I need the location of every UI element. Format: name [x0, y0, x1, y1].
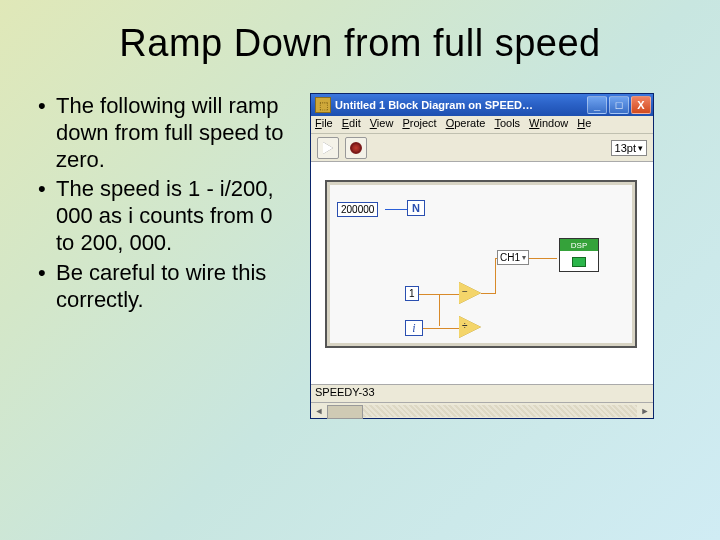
block-diagram-canvas[interactable]: 200000 N 1 i CH1 DSP — [311, 162, 653, 384]
dsp-icon — [560, 251, 598, 273]
bullet-item: The speed is 1 - i/200, 000 as i counts … — [36, 176, 296, 256]
run-button[interactable] — [317, 137, 339, 159]
horizontal-scrollbar[interactable] — [311, 402, 653, 418]
menu-project[interactable]: Project — [402, 117, 436, 132]
run-arrow-icon — [323, 142, 333, 154]
font-size-selector[interactable]: 13pt — [611, 140, 647, 156]
minimize-button[interactable]: _ — [587, 96, 607, 114]
maximize-button[interactable]: □ — [609, 96, 629, 114]
menu-operate[interactable]: Operate — [446, 117, 486, 132]
channel-selector[interactable]: CH1 — [497, 250, 529, 265]
window-title: Untitled 1 Block Diagram on SPEED… — [335, 99, 587, 111]
constant-loop-count[interactable]: 200000 — [337, 202, 378, 217]
loop-n-terminal[interactable]: N — [407, 200, 425, 216]
scrollbar-track[interactable] — [327, 405, 637, 417]
for-loop[interactable]: 200000 N 1 i CH1 DSP — [325, 180, 637, 348]
wire — [423, 328, 459, 329]
status-bar: SPEEDY-33 — [311, 384, 653, 402]
titlebar: ⬚ Untitled 1 Block Diagram on SPEED… _ □… — [311, 94, 653, 116]
loop-i-terminal[interactable]: i — [405, 320, 423, 336]
subtract-node[interactable] — [459, 282, 481, 304]
menu-edit[interactable]: Edit — [342, 117, 361, 132]
menu-view[interactable]: View — [370, 117, 394, 132]
wire — [481, 293, 495, 294]
constant-one[interactable]: 1 — [405, 286, 419, 301]
bullet-item: The following will ramp down from full s… — [36, 93, 296, 173]
menu-help[interactable]: He — [577, 117, 591, 132]
wire — [495, 258, 496, 294]
divide-node[interactable] — [459, 316, 481, 338]
dsp-label: DSP — [560, 239, 598, 251]
menu-file[interactable]: File — [315, 117, 333, 132]
wire — [439, 294, 440, 326]
wire — [385, 209, 407, 210]
app-icon: ⬚ — [315, 97, 331, 113]
labview-window: ⬚ Untitled 1 Block Diagram on SPEED… _ □… — [310, 93, 654, 419]
bullet-list: The following will ramp down from full s… — [36, 93, 296, 419]
menu-tools[interactable]: Tools — [494, 117, 520, 132]
slide-title: Ramp Down from full speed — [36, 22, 684, 65]
abort-button[interactable] — [345, 137, 367, 159]
close-button[interactable]: X — [631, 96, 651, 114]
menu-window[interactable]: Window — [529, 117, 568, 132]
bullet-item: Be careful to wire this correctly. — [36, 260, 296, 314]
menu-bar[interactable]: File Edit View Project Operate Tools Win… — [311, 116, 653, 134]
abort-icon — [350, 142, 362, 154]
dsp-output-node[interactable]: DSP — [559, 238, 599, 272]
toolbar: 13pt — [311, 134, 653, 162]
